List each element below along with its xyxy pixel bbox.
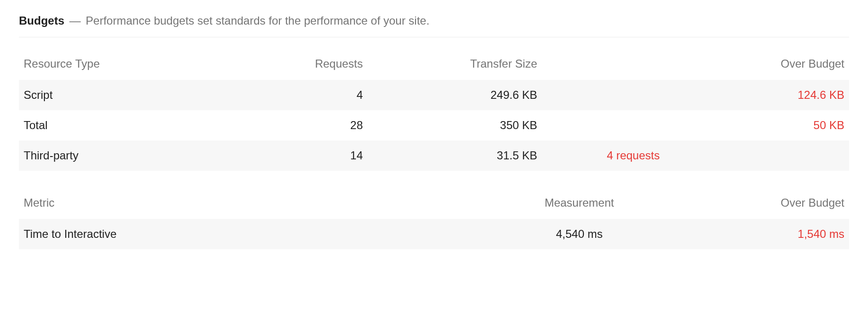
cell-extra: [542, 110, 724, 140]
cell-type: Script: [19, 80, 268, 110]
section-description: Performance budgets set standards for th…: [86, 14, 429, 27]
col-requests: Requests: [268, 51, 368, 80]
cell-metric: Time to Interactive: [19, 219, 476, 249]
table-row: Total 28 350 KB 50 KB: [19, 110, 849, 140]
metrics-header-row: Metric Measurement Over Budget: [19, 190, 849, 219]
col-transfer-size: Transfer Size: [368, 51, 542, 80]
cell-over: 124.6 KB: [725, 80, 849, 110]
cell-size: 31.5 KB: [368, 140, 542, 171]
col-over-budget: Over Budget: [725, 51, 849, 80]
cell-type: Third-party: [19, 140, 268, 171]
resources-header-row: Resource Type Requests Transfer Size Ove…: [19, 51, 849, 80]
table-row: Third-party 14 31.5 KB 4 requests: [19, 140, 849, 171]
cell-over: 1,540 ms: [683, 219, 849, 249]
table-row: Time to Interactive 4,540 ms 1,540 ms: [19, 219, 849, 249]
cell-over: 50 KB: [725, 110, 849, 140]
cell-measurement: 4,540 ms: [476, 219, 683, 249]
cell-extra: [542, 80, 724, 110]
cell-type: Total: [19, 110, 268, 140]
cell-size: 249.6 KB: [368, 80, 542, 110]
cell-size: 350 KB: [368, 110, 542, 140]
table-row: Script 4 249.6 KB 124.6 KB: [19, 80, 849, 110]
cell-extra: 4 requests: [542, 140, 724, 171]
metrics-table: Metric Measurement Over Budget Time to I…: [19, 190, 849, 249]
col-measurement: Measurement: [476, 190, 683, 219]
section-title: Budgets: [19, 14, 64, 27]
col-over-budget: Over Budget: [683, 190, 849, 219]
col-metric: Metric: [19, 190, 476, 219]
cell-requests: 28: [268, 110, 368, 140]
cell-requests: 14: [268, 140, 368, 171]
col-resource-type: Resource Type: [19, 51, 268, 80]
section-dash: —: [69, 14, 81, 27]
cell-requests: 4: [268, 80, 368, 110]
resources-table: Resource Type Requests Transfer Size Ove…: [19, 51, 849, 171]
col-extra: [542, 51, 724, 80]
section-header: Budgets — Performance budgets set standa…: [19, 14, 849, 37]
cell-over: [725, 140, 849, 171]
